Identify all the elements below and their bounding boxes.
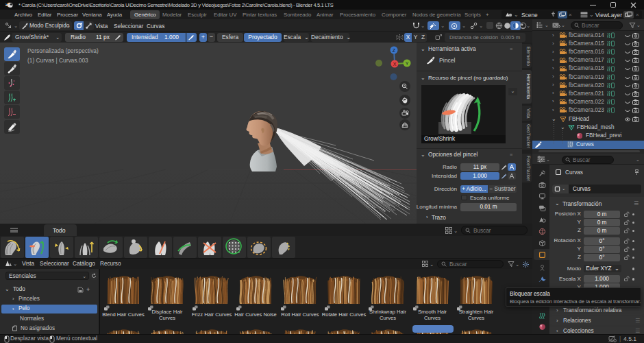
svg-text:Y: Y <box>406 61 409 66</box>
svg-text:X: X <box>393 62 397 67</box>
svg-text:Z: Z <box>393 48 396 53</box>
